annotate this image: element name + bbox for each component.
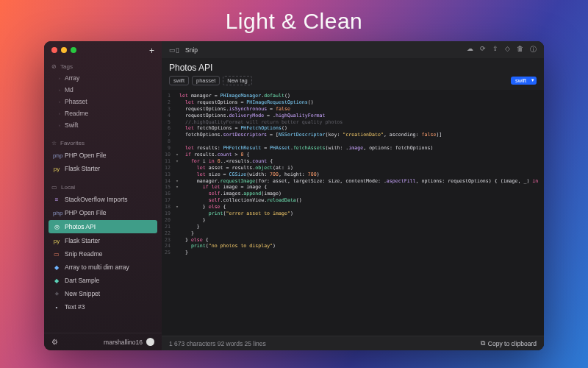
hero-title: Light & Clean [226, 9, 363, 34]
chevron-right-icon: › [59, 99, 60, 104]
local-item[interactable]: pyFlask Starter [44, 234, 162, 247]
code-line: 1 let manager = PHImageManager.default() [162, 93, 544, 99]
lang-icon: php [53, 152, 60, 159]
item-label: PHP Open File [65, 209, 107, 216]
lang-icon: ◎ [53, 224, 60, 230]
lang-icon: ≡ [53, 197, 60, 203]
gear-icon[interactable]: ⚙ [51, 338, 58, 346]
code-line: 20 } [162, 217, 544, 224]
lang-icon: ◆ [53, 277, 60, 284]
tag-item[interactable]: ›Readme [44, 107, 162, 119]
tag-label: Readme [65, 110, 88, 117]
close-icon[interactable] [51, 47, 57, 53]
chevron-right-icon: › [59, 88, 60, 92]
favorite-item[interactable]: pyFlask Starter [44, 162, 162, 175]
code-line: 23 } else { [162, 237, 544, 244]
language-select[interactable]: swift [511, 77, 537, 85]
section-favorites[interactable]: ☆ Favorites [44, 135, 162, 149]
tag-chip[interactable]: swift [169, 76, 189, 85]
add-button[interactable]: + [149, 46, 154, 56]
code-editor[interactable]: 1 let manager = PHImageManager.default()… [162, 90, 544, 336]
tag-item[interactable]: ›Phasset [44, 96, 162, 107]
sidebar-footer: ⚙ marshallino16 [44, 333, 162, 350]
item-label: Dart Sample [65, 277, 99, 284]
cloud-icon[interactable]: ☁ [467, 45, 473, 54]
code-line: 11▾ for i in 0..<results.count { [162, 158, 544, 165]
snippet-title[interactable]: Photos API [169, 63, 537, 73]
code-line: 9 let results: PHFetchResult = PHAsset.f… [162, 145, 544, 152]
tag-item[interactable]: ›Swift [44, 119, 162, 131]
section-local[interactable]: ▭ Local [44, 180, 162, 193]
tag-label: Phasset [65, 98, 87, 105]
window-controls [44, 41, 162, 59]
tags-icon: ⊘ [51, 63, 57, 70]
library-icon[interactable]: ▭▯ [169, 46, 179, 54]
chevron-right-icon: › [59, 76, 60, 80]
lang-icon: ◆ [53, 264, 60, 271]
export-icon[interactable]: ⇪ [492, 45, 498, 54]
local-item[interactable]: ✧New Snippet [44, 287, 162, 300]
tag-item[interactable]: ›Array [44, 72, 162, 84]
local-item[interactable]: ◆Array to multi dim array [44, 261, 162, 274]
sidebar: + ⊘ Tags ›Array›Md›Phasset›Readme›Swift … [44, 41, 162, 350]
statusbar: 1 673 characters 92 words 25 lines ⧉ Cop… [162, 336, 544, 350]
local-item[interactable]: ▭Snip Readme [44, 247, 162, 261]
code-line: 14▾ manager.requestImage(for: asset, tar… [162, 178, 544, 185]
code-line: 25 } [162, 250, 544, 256]
code-line: 21 } [162, 224, 544, 230]
tag-label: Array [65, 74, 79, 82]
code-line: 17 self.collectionView.reloadData() [162, 197, 544, 204]
code-line: 4 requestOptions.deliveryMode = .highQua… [162, 113, 544, 119]
maximize-icon[interactable] [71, 47, 76, 53]
section-tags[interactable]: ⊘ Tags [44, 59, 162, 72]
lang-icon: php [53, 210, 60, 216]
chevron-right-icon: › [59, 123, 60, 127]
username: marshallino16 [104, 339, 143, 346]
code-line: 8 [162, 138, 544, 145]
sync-icon[interactable]: ⟳ [480, 45, 486, 54]
section-label: Local [61, 184, 75, 191]
lang-icon: ✧ [53, 291, 60, 297]
code-line: 24 print("no photos to display") [162, 243, 544, 250]
tags-row: swiftphasset New tag swift [162, 76, 544, 90]
clipboard-icon: ⧉ [481, 339, 485, 347]
section-label: Favorites [60, 140, 85, 146]
main-panel: ▭▯ Snip ☁⟳⇪◇🗑ⓘ Photos API swiftphasset N… [162, 41, 544, 350]
tag-chip[interactable]: phasset [192, 76, 220, 85]
code-line: 7 fetchOptions.sortDescriptors = [NSSort… [162, 132, 544, 138]
item-label: Flask Starter [65, 237, 100, 244]
local-item[interactable]: ◎Photos API [49, 220, 157, 233]
bookmark-icon[interactable]: ◇ [505, 45, 510, 54]
item-label: StackOverflow Imports [65, 196, 128, 203]
code-line: 22 } [162, 230, 544, 237]
local-item[interactable]: ≡StackOverflow Imports [44, 193, 162, 206]
tag-item[interactable]: ›Md [44, 84, 162, 96]
app-window: + ⊘ Tags ›Array›Md›Phasset›Readme›Swift … [44, 41, 544, 350]
code-line: 18▾ } else { [162, 204, 544, 210]
code-line: 10▾ if results.count > 0 { [162, 152, 544, 158]
new-tag-chip[interactable]: New tag [223, 76, 252, 85]
code-line: 13 let size = CGSize(width: 700, height:… [162, 171, 544, 178]
item-label: New Snippet [65, 290, 100, 297]
avatar [146, 338, 154, 346]
local-item[interactable]: ◆Dart Sample [44, 274, 162, 287]
local-item[interactable]: phpPHP Open File [44, 206, 162, 219]
code-line: 15▾ if let image = image { [162, 184, 544, 191]
user-chip[interactable]: marshallino16 [104, 338, 154, 346]
copy-button[interactable]: ⧉ Copy to clipboard [481, 339, 537, 347]
copy-label: Copy to clipboard [488, 340, 537, 347]
stats-text: 1 673 characters 92 words 25 lines [169, 340, 266, 347]
tag-label: Md [65, 86, 74, 93]
item-label: Array to multi dim array [65, 263, 129, 271]
favorite-item[interactable]: phpPHP Open File [44, 149, 162, 162]
chevron-right-icon: › [59, 111, 60, 116]
minimize-icon[interactable] [61, 47, 67, 53]
tag-label: Swift [65, 121, 78, 129]
lang-icon: py [53, 166, 60, 172]
local-item[interactable]: •Text #3 [44, 300, 162, 314]
star-icon: ☆ [51, 140, 57, 146]
item-label: Photos API [65, 223, 96, 230]
code-line: 2 let requestOptions = PHImageRequestOpt… [162, 99, 544, 106]
info-icon[interactable]: ⓘ [530, 45, 537, 54]
trash-icon[interactable]: 🗑 [517, 45, 523, 54]
